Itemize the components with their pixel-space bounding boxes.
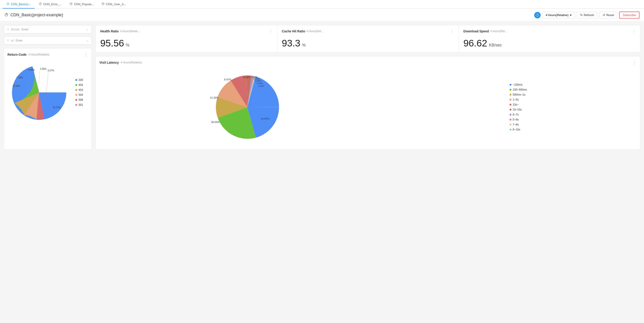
cache-hit-ratio-value-row: 93.3 % [282,38,454,49]
legend-item-10-15s: 10~15s [510,108,527,111]
cache-hit-ratio-title: Cache Hit Ratio [282,30,305,33]
tab-icon-cdn-error: ⏱ [39,2,42,6]
download-speed-unit: KB/sec [489,43,502,47]
cache-hit-ratio-menu-icon[interactable]: ⋮ [450,29,454,33]
legend-dot-10-15s [510,109,512,111]
tab-cdn-user-a[interactable]: ⏱ CDN_User_A... [98,0,130,9]
chevron-down-icon: ⌄ [86,28,88,31]
time-range-button[interactable]: 4 Hours(Relative) ▾ [542,12,575,18]
return-code-pie-container: 72.77% 12.18% 7.59% 4.44% 2.95% 0.07% [8,61,88,124]
tab-cdn-popula[interactable]: ⏱ CDN_Popula... [66,0,97,9]
subscribe-button[interactable]: Subscribe [619,12,640,19]
legend-item-15s: 15s~ [510,103,527,106]
page-header: ⏱ CDN_Basic(project-example) 4 Hours(Rel… [0,9,644,22]
legend-label-7-8s: 7~8s [513,123,519,126]
legend-dot-5-6s [510,119,512,121]
domain-placeholder: Enter [22,28,28,31]
download-speed-menu-icon[interactable]: ⋮ [632,29,636,33]
visit-latency-menu-icon[interactable]: ⋮ [632,60,636,65]
tab-label-cdn-basic: CDN_Basic(z... [11,3,31,6]
legend-item-100ms: ~100ms [510,83,527,86]
reset-icon: ↺ [602,13,605,17]
main-content: ▽ domain Enter ⌄ ▽ uri Enter ⌄ Return Co… [0,22,644,153]
legend-label-500ms: 100~500ms [513,88,527,91]
legend-label-6-7s: 6~7s [513,113,519,116]
health-ratio-header: Health Ratio 4 Hours(Relati... ⋮ [100,29,272,33]
cache-hit-ratio-value: 93.3 [282,38,300,49]
legend-label-100ms: ~100ms [513,83,522,86]
visit-latency-time: 4 Hours(Relative) [120,61,142,64]
refresh-label: Refresh [584,13,594,17]
return-code-time: 4 Hours(Relative) [28,53,49,56]
left-panel: ▽ domain Enter ⌄ ▽ uri Enter ⌄ Return Co… [4,25,92,150]
svg-text:2.95%: 2.95% [40,68,46,70]
legend-label-10-15s: 10~15s [513,108,522,111]
visit-latency-pie-svg: 41.97% 28.04% 11.16% 8.47% 8.24% 0.96% 0… [209,69,286,146]
return-code-menu-icon[interactable]: ⋮ [84,52,88,57]
svg-text:0.22%: 0.22% [258,85,264,87]
cache-hit-ratio-time: 4 Hours(Rel... [306,30,323,33]
speed-icon[interactable] [534,12,540,18]
health-ratio-title: Health Ratio [100,30,119,33]
tab-icon-cdn-basic: ⏱ [6,2,10,6]
legend-label-301: 301 [78,103,83,107]
svg-text:11.16%: 11.16% [210,96,218,99]
legend-item-5-6s: 5~6s [510,118,527,121]
legend-item-301: 301 [75,103,83,107]
legend-label-8-10s: 8~10s [513,128,520,131]
uri-filter[interactable]: ▽ uri Enter ⌄ [4,36,92,45]
legend-dot-301 [75,104,77,106]
health-ratio-menu-icon[interactable]: ⋮ [269,29,272,33]
legend-item-499: 499 [75,98,83,102]
page-title-icon: ⏱ [4,13,8,18]
svg-text:7.59%: 7.59% [16,76,23,79]
reset-button[interactable]: ↺ Reset [599,12,617,18]
tab-label-cdn-popula: CDN_Popula... [74,3,94,6]
legend-dot-499 [75,99,77,101]
cache-hit-ratio-header: Cache Hit Ratio 4 Hours(Rel... ⋮ [282,29,454,33]
legend-item-404: 404 [75,83,83,87]
visit-latency-chart-card: Visit Latency 4 Hours(Relative) ⋮ [96,56,640,150]
download-speed-card: Download Speed 4 Hours(Rel... ⋮ 96.62 KB… [459,25,640,52]
tab-label-cdn-user-a: CDN_User_A... [106,3,126,6]
page-title: ⏱ CDN_Basic(project-example) [4,13,63,18]
download-speed-value: 96.62 [464,38,487,49]
svg-text:0.26%: 0.26% [257,82,263,85]
time-range-label: 4 Hours(Relative) [546,13,569,17]
svg-text:8.47%: 8.47% [224,78,231,81]
svg-text:12.18%: 12.18% [12,85,20,87]
refresh-button[interactable]: ↻ Refresh [577,12,598,18]
legend-label-403: 403 [78,88,83,92]
cache-hit-ratio-card: Cache Hit Ratio 4 Hours(Rel... ⋮ 93.3 % [277,25,459,52]
health-ratio-time: 4 Hours(Relati... [120,30,140,33]
legend-label-504: 504 [78,93,83,97]
subscribe-label: Subscribe [623,13,636,17]
download-speed-time: 4 Hours(Rel... [490,30,507,33]
domain-filter[interactable]: ▽ domain Enter ⌄ [4,25,92,34]
legend-dot-100ms [510,84,512,86]
right-panel: Health Ratio 4 Hours(Relati... ⋮ 95.56 %… [96,25,640,150]
svg-text:4.44%: 4.44% [28,69,34,71]
visit-latency-pie-container: 41.97% 28.04% 11.16% 8.47% 8.24% 0.96% 0… [99,69,636,146]
return-code-legend: 200 404 403 504 [75,78,83,107]
page-title-text: CDN_Basic(project-example) [10,13,63,18]
legend-dot-504 [75,94,77,96]
filter-icon: ▽ [7,28,9,31]
chevron-down-icon-uri: ⌄ [86,39,88,42]
visit-latency-chart-header: Visit Latency 4 Hours(Relative) ⋮ [99,60,636,65]
download-speed-value-row: 96.62 KB/sec [464,38,636,49]
metrics-row: Health Ratio 4 Hours(Relati... ⋮ 95.56 %… [96,25,640,53]
health-ratio-card: Health Ratio 4 Hours(Relati... ⋮ 95.56 % [96,25,277,52]
tab-icon-cdn-popula: ⏱ [70,2,73,6]
health-ratio-value-row: 95.56 % [100,38,272,49]
tab-cdn-basic[interactable]: ⏱ CDN_Basic(z... [3,0,34,9]
tab-cdn-error[interactable]: ⏱ CDN_Error_... [35,0,66,9]
return-code-pie-svg: 72.77% 12.18% 7.59% 4.44% 2.95% 0.07% [8,61,71,124]
svg-text:72.77%: 72.77% [53,106,60,109]
legend-dot-7-8s [510,124,512,126]
tab-bar: ⏱ CDN_Basic(z... ⏱ CDN_Error_... ⏱ CDN_P… [0,0,644,9]
legend-dot-403 [75,89,77,91]
refresh-icon: ↻ [580,13,583,17]
legend-item-504: 504 [75,93,83,97]
domain-label: domain [11,28,20,31]
